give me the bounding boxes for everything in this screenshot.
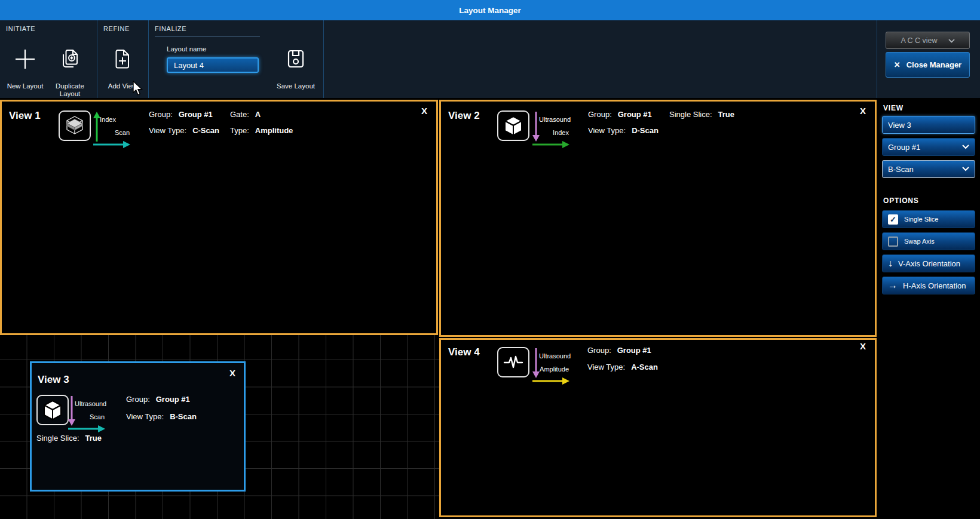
add-view-button[interactable]: Add View <box>102 49 143 90</box>
section-label-refine: REFINE <box>103 25 130 32</box>
field-value: Group #1 <box>617 346 651 355</box>
view-panel-4[interactable]: View 4 X Ultrasound Amplitude <box>439 338 877 517</box>
field-value: D-Scan <box>632 126 659 135</box>
single-slice-readout: Single Slice:True <box>36 434 102 443</box>
swap-axis-checkbox[interactable]: Swap Axis <box>882 232 975 250</box>
view-type-dropdown[interactable]: B-Scan <box>882 160 975 178</box>
view-info: Group:Group #1 Gate:A View Type:C-Scan T… <box>149 110 293 135</box>
arrow-down-icon: ↓ <box>888 258 893 269</box>
cube-slice-icon <box>59 110 91 141</box>
close-view-button[interactable]: X <box>860 341 866 351</box>
axis-arrow-right <box>532 140 569 149</box>
axis-legend: Ultrasound Scan <box>68 396 112 434</box>
h-axis-label: Amplitude <box>534 366 569 373</box>
field-label: View Type: <box>588 126 626 135</box>
view-panel-3-selected[interactable]: View 3 X Ultrasound Scan <box>30 361 246 492</box>
close-manager-label: Close Manager <box>906 60 961 69</box>
view-type-dropdown-value: B-Scan <box>888 165 914 174</box>
close-view-button[interactable]: X <box>229 368 235 378</box>
checkbox-unchecked-icon <box>888 237 898 247</box>
cube-icon <box>497 110 529 141</box>
v-axis-label: Ultrasound <box>75 400 106 407</box>
field-label: Group: <box>587 346 611 355</box>
swap-axis-label: Swap Axis <box>904 238 935 245</box>
window-title: Layout Manager <box>459 6 521 15</box>
selected-view-field[interactable]: View 3 <box>882 116 975 134</box>
toolbar-section-finalize: FINALIZE Layout name Save Layout <box>149 20 323 98</box>
duplicate-layout-button[interactable]: Duplicate Layout <box>50 49 90 98</box>
chevron-down-icon <box>962 167 969 171</box>
field-value: A-Scan <box>631 363 658 371</box>
field-label: View Type: <box>126 412 164 421</box>
field-label: Group: <box>126 395 150 404</box>
save-layout-label: Save Layout <box>277 82 315 90</box>
view-panel-1[interactable]: View 1 X Index Scan <box>0 100 438 335</box>
chevron-down-icon <box>962 145 969 149</box>
layout-name-label: Layout name <box>167 45 207 53</box>
arrow-right-icon: → <box>888 280 898 291</box>
axis-legend: Index Scan <box>93 112 137 150</box>
v-axis-orientation-label: V-Axis Orientation <box>898 259 960 268</box>
section-label-initiate: INITIATE <box>6 25 35 32</box>
waveform-icon <box>497 347 529 377</box>
title-bar: Layout Manager <box>0 0 980 20</box>
group-dropdown[interactable]: Group #1 <box>882 138 975 156</box>
toolbar-section-refine: REFINE Add View <box>97 20 148 98</box>
field-value: True <box>718 110 734 119</box>
field-label: View Type: <box>587 363 625 371</box>
acc-view-dropdown[interactable]: A C C view <box>886 32 970 49</box>
v-axis-orientation-button[interactable]: ↓ V-Axis Orientation <box>882 254 975 272</box>
toolbar-section-manager: A C C view ✕ Close Manager <box>877 20 980 98</box>
layout-name-input[interactable] <box>167 57 259 73</box>
view-title: View 3 <box>38 374 69 386</box>
toolbar: INITIATE New Layout Duplicate <box>0 20 980 98</box>
field-label: Single Slice: <box>36 434 79 443</box>
field-label: Group: <box>149 110 173 119</box>
view-properties-sidebar: VIEW View 3 Group #1 B-Scan OPTIONS ✓ Si… <box>877 98 980 519</box>
single-slice-checkbox[interactable]: ✓ Single Slice <box>882 210 975 228</box>
field-label: Type: <box>230 126 249 135</box>
duplicate-document-icon <box>60 49 80 69</box>
new-layout-button[interactable]: New Layout <box>5 49 45 90</box>
h-axis-label: Scan <box>95 129 130 136</box>
axis-legend: Ultrasound Index <box>532 112 576 150</box>
checkbox-checked-icon: ✓ <box>888 214 898 225</box>
group-dropdown-value: Group #1 <box>888 143 920 152</box>
h-axis-orientation-label: H-Axis Orientation <box>903 281 966 290</box>
add-view-label: Add View <box>108 82 137 90</box>
close-view-button[interactable]: X <box>860 106 866 116</box>
h-axis-label: Scan <box>70 413 105 420</box>
v-axis-label: Ultrasound <box>539 116 571 123</box>
close-manager-button[interactable]: ✕ Close Manager <box>886 52 970 78</box>
axis-arrow-right <box>93 140 130 149</box>
field-label: Gate: <box>230 110 249 119</box>
v-axis-label: Index <box>100 116 116 123</box>
chevron-down-icon <box>948 36 955 45</box>
save-icon <box>286 49 305 69</box>
section-label-finalize: FINALIZE <box>155 25 260 37</box>
field-value: Group #1 <box>618 110 652 119</box>
axis-arrow-right <box>532 377 569 385</box>
toolbar-empty-area <box>324 20 877 98</box>
view-info: Group:Group #1 View Type:B-Scan <box>126 395 197 421</box>
layout-manager-window: Layout Manager INITIATE New Layout <box>0 0 980 519</box>
field-value: Amplitude <box>255 126 293 135</box>
field-label: Group: <box>588 110 612 119</box>
axis-arrow-right <box>68 425 105 433</box>
save-layout-button[interactable]: Save Layout <box>274 49 317 90</box>
view-section-label: VIEW <box>883 104 904 112</box>
view-title: View 4 <box>448 346 480 358</box>
field-value: A <box>255 110 261 119</box>
new-layout-label: New Layout <box>7 82 44 90</box>
layout-canvas: View 1 X Index Scan <box>0 98 980 519</box>
close-view-button[interactable]: X <box>421 106 427 116</box>
view-info: Group:Group #1 Single Slice:True View Ty… <box>588 110 734 135</box>
field-value: True <box>85 434 102 443</box>
h-axis-orientation-button[interactable]: → H-Axis Orientation <box>882 277 975 294</box>
field-value: Group #1 <box>179 110 213 119</box>
h-axis-label: Index <box>534 129 569 136</box>
field-label: Single Slice: <box>669 110 712 119</box>
add-document-icon <box>114 49 131 69</box>
close-icon: ✕ <box>894 60 901 69</box>
view-panel-2[interactable]: View 2 X Ultrasound Index <box>439 100 877 337</box>
